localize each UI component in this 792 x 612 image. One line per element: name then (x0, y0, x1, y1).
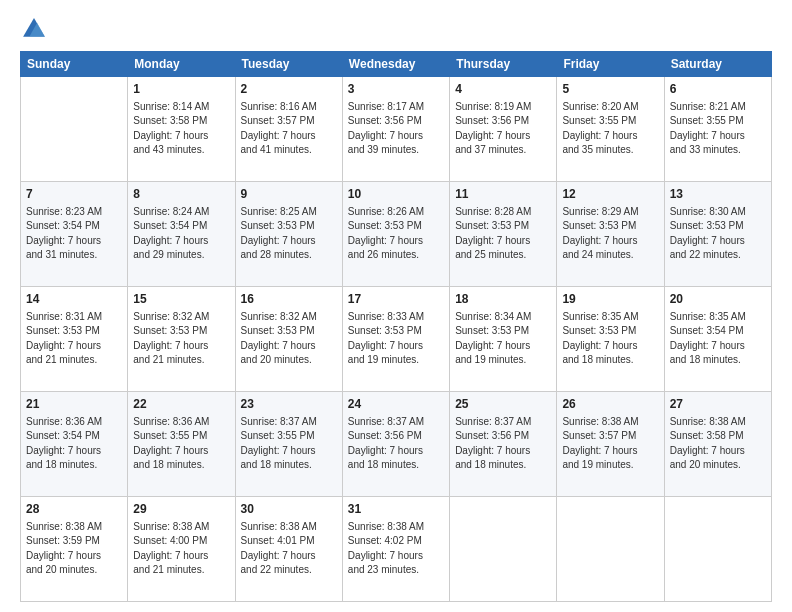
day-cell: 7Sunrise: 8:23 AM Sunset: 3:54 PM Daylig… (21, 182, 128, 287)
day-info: Sunrise: 8:19 AM Sunset: 3:56 PM Dayligh… (455, 100, 551, 158)
day-number: 27 (670, 396, 766, 413)
day-cell: 28Sunrise: 8:38 AM Sunset: 3:59 PM Dayli… (21, 497, 128, 602)
day-cell (557, 497, 664, 602)
day-info: Sunrise: 8:23 AM Sunset: 3:54 PM Dayligh… (26, 205, 122, 263)
day-number: 2 (241, 81, 337, 98)
day-cell: 23Sunrise: 8:37 AM Sunset: 3:55 PM Dayli… (235, 392, 342, 497)
header-day-saturday: Saturday (664, 52, 771, 77)
day-info: Sunrise: 8:32 AM Sunset: 3:53 PM Dayligh… (133, 310, 229, 368)
day-number: 19 (562, 291, 658, 308)
day-cell: 30Sunrise: 8:38 AM Sunset: 4:01 PM Dayli… (235, 497, 342, 602)
week-row-5: 28Sunrise: 8:38 AM Sunset: 3:59 PM Dayli… (21, 497, 772, 602)
day-info: Sunrise: 8:30 AM Sunset: 3:53 PM Dayligh… (670, 205, 766, 263)
day-number: 30 (241, 501, 337, 518)
day-number: 22 (133, 396, 229, 413)
day-info: Sunrise: 8:33 AM Sunset: 3:53 PM Dayligh… (348, 310, 444, 368)
logo-icon (20, 15, 48, 43)
day-info: Sunrise: 8:36 AM Sunset: 3:54 PM Dayligh… (26, 415, 122, 473)
day-info: Sunrise: 8:14 AM Sunset: 3:58 PM Dayligh… (133, 100, 229, 158)
day-cell: 25Sunrise: 8:37 AM Sunset: 3:56 PM Dayli… (450, 392, 557, 497)
day-number: 4 (455, 81, 551, 98)
header-day-sunday: Sunday (21, 52, 128, 77)
day-cell: 31Sunrise: 8:38 AM Sunset: 4:02 PM Dayli… (342, 497, 449, 602)
day-info: Sunrise: 8:37 AM Sunset: 3:56 PM Dayligh… (348, 415, 444, 473)
day-number: 20 (670, 291, 766, 308)
day-info: Sunrise: 8:34 AM Sunset: 3:53 PM Dayligh… (455, 310, 551, 368)
day-info: Sunrise: 8:21 AM Sunset: 3:55 PM Dayligh… (670, 100, 766, 158)
day-cell: 15Sunrise: 8:32 AM Sunset: 3:53 PM Dayli… (128, 287, 235, 392)
day-number: 1 (133, 81, 229, 98)
day-info: Sunrise: 8:20 AM Sunset: 3:55 PM Dayligh… (562, 100, 658, 158)
day-number: 26 (562, 396, 658, 413)
header-day-thursday: Thursday (450, 52, 557, 77)
day-number: 16 (241, 291, 337, 308)
day-info: Sunrise: 8:25 AM Sunset: 3:53 PM Dayligh… (241, 205, 337, 263)
day-number: 7 (26, 186, 122, 203)
day-cell: 22Sunrise: 8:36 AM Sunset: 3:55 PM Dayli… (128, 392, 235, 497)
day-number: 3 (348, 81, 444, 98)
day-info: Sunrise: 8:38 AM Sunset: 4:02 PM Dayligh… (348, 520, 444, 578)
day-number: 6 (670, 81, 766, 98)
day-info: Sunrise: 8:29 AM Sunset: 3:53 PM Dayligh… (562, 205, 658, 263)
day-cell: 27Sunrise: 8:38 AM Sunset: 3:58 PM Dayli… (664, 392, 771, 497)
day-info: Sunrise: 8:24 AM Sunset: 3:54 PM Dayligh… (133, 205, 229, 263)
day-cell: 20Sunrise: 8:35 AM Sunset: 3:54 PM Dayli… (664, 287, 771, 392)
day-cell: 11Sunrise: 8:28 AM Sunset: 3:53 PM Dayli… (450, 182, 557, 287)
page: SundayMondayTuesdayWednesdayThursdayFrid… (0, 0, 792, 612)
day-number: 31 (348, 501, 444, 518)
week-row-2: 7Sunrise: 8:23 AM Sunset: 3:54 PM Daylig… (21, 182, 772, 287)
day-cell: 2Sunrise: 8:16 AM Sunset: 3:57 PM Daylig… (235, 77, 342, 182)
day-info: Sunrise: 8:38 AM Sunset: 3:58 PM Dayligh… (670, 415, 766, 473)
day-cell: 18Sunrise: 8:34 AM Sunset: 3:53 PM Dayli… (450, 287, 557, 392)
day-number: 29 (133, 501, 229, 518)
day-number: 24 (348, 396, 444, 413)
day-cell: 5Sunrise: 8:20 AM Sunset: 3:55 PM Daylig… (557, 77, 664, 182)
day-cell (450, 497, 557, 602)
day-cell: 10Sunrise: 8:26 AM Sunset: 3:53 PM Dayli… (342, 182, 449, 287)
day-info: Sunrise: 8:38 AM Sunset: 4:00 PM Dayligh… (133, 520, 229, 578)
calendar-header-row: SundayMondayTuesdayWednesdayThursdayFrid… (21, 52, 772, 77)
day-info: Sunrise: 8:38 AM Sunset: 4:01 PM Dayligh… (241, 520, 337, 578)
day-number: 23 (241, 396, 337, 413)
header (20, 15, 772, 43)
day-number: 18 (455, 291, 551, 308)
day-number: 10 (348, 186, 444, 203)
day-number: 13 (670, 186, 766, 203)
day-cell: 21Sunrise: 8:36 AM Sunset: 3:54 PM Dayli… (21, 392, 128, 497)
day-number: 28 (26, 501, 122, 518)
day-info: Sunrise: 8:38 AM Sunset: 3:57 PM Dayligh… (562, 415, 658, 473)
day-number: 5 (562, 81, 658, 98)
week-row-3: 14Sunrise: 8:31 AM Sunset: 3:53 PM Dayli… (21, 287, 772, 392)
day-info: Sunrise: 8:37 AM Sunset: 3:55 PM Dayligh… (241, 415, 337, 473)
week-row-4: 21Sunrise: 8:36 AM Sunset: 3:54 PM Dayli… (21, 392, 772, 497)
day-cell (21, 77, 128, 182)
day-number: 14 (26, 291, 122, 308)
day-cell: 16Sunrise: 8:32 AM Sunset: 3:53 PM Dayli… (235, 287, 342, 392)
day-cell: 1Sunrise: 8:14 AM Sunset: 3:58 PM Daylig… (128, 77, 235, 182)
day-info: Sunrise: 8:38 AM Sunset: 3:59 PM Dayligh… (26, 520, 122, 578)
day-cell (664, 497, 771, 602)
day-cell: 13Sunrise: 8:30 AM Sunset: 3:53 PM Dayli… (664, 182, 771, 287)
day-cell: 24Sunrise: 8:37 AM Sunset: 3:56 PM Dayli… (342, 392, 449, 497)
day-info: Sunrise: 8:36 AM Sunset: 3:55 PM Dayligh… (133, 415, 229, 473)
day-cell: 17Sunrise: 8:33 AM Sunset: 3:53 PM Dayli… (342, 287, 449, 392)
day-number: 17 (348, 291, 444, 308)
day-number: 15 (133, 291, 229, 308)
day-cell: 9Sunrise: 8:25 AM Sunset: 3:53 PM Daylig… (235, 182, 342, 287)
calendar-table: SundayMondayTuesdayWednesdayThursdayFrid… (20, 51, 772, 602)
day-cell: 29Sunrise: 8:38 AM Sunset: 4:00 PM Dayli… (128, 497, 235, 602)
header-day-tuesday: Tuesday (235, 52, 342, 77)
week-row-1: 1Sunrise: 8:14 AM Sunset: 3:58 PM Daylig… (21, 77, 772, 182)
day-cell: 26Sunrise: 8:38 AM Sunset: 3:57 PM Dayli… (557, 392, 664, 497)
day-info: Sunrise: 8:37 AM Sunset: 3:56 PM Dayligh… (455, 415, 551, 473)
day-cell: 3Sunrise: 8:17 AM Sunset: 3:56 PM Daylig… (342, 77, 449, 182)
day-number: 8 (133, 186, 229, 203)
day-number: 21 (26, 396, 122, 413)
day-cell: 4Sunrise: 8:19 AM Sunset: 3:56 PM Daylig… (450, 77, 557, 182)
day-info: Sunrise: 8:31 AM Sunset: 3:53 PM Dayligh… (26, 310, 122, 368)
day-cell: 6Sunrise: 8:21 AM Sunset: 3:55 PM Daylig… (664, 77, 771, 182)
day-number: 9 (241, 186, 337, 203)
day-number: 11 (455, 186, 551, 203)
day-number: 12 (562, 186, 658, 203)
header-day-wednesday: Wednesday (342, 52, 449, 77)
